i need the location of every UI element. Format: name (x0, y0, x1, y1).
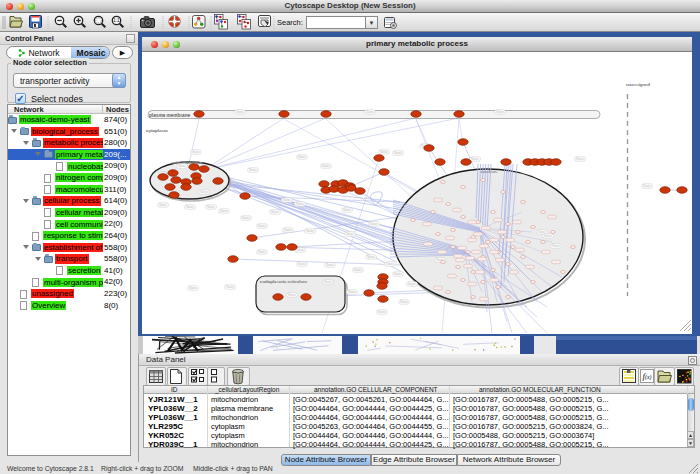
svg-text:Sxxxx: Sxxxx (400, 300, 408, 304)
svg-text:Sxxxx: Sxxxx (236, 110, 244, 114)
svg-text:Sxxxx: Sxxxx (159, 203, 167, 207)
svg-text:Sxxxx: Sxxxx (242, 216, 250, 220)
svg-text:nucleus: nucleus (481, 169, 498, 174)
svg-text:Sxxxx: Sxxxx (189, 286, 197, 290)
svg-text:Sxxxx: Sxxxx (186, 205, 194, 209)
svg-text:Sxxxx: Sxxxx (207, 205, 215, 209)
svg-text:unassigned: unassigned (626, 82, 650, 87)
svg-text:Sxxxx: Sxxxx (378, 310, 386, 314)
svg-text:Sxxxx: Sxxxx (322, 164, 330, 168)
svg-text:Sxxxx: Sxxxx (258, 224, 266, 228)
svg-text:Sxxxx: Sxxxx (496, 110, 504, 114)
svg-text:Sxxxx: Sxxxx (298, 155, 306, 159)
svg-text:Sxxxx: Sxxxx (408, 282, 416, 286)
svg-text:Sxxxx: Sxxxx (326, 263, 334, 267)
svg-text:1:1: 1:1 (113, 18, 120, 23)
svg-text:Sxxxx: Sxxxx (296, 248, 304, 252)
svg-text:Sxxxx: Sxxxx (200, 190, 208, 194)
svg-text:Sxxxx: Sxxxx (288, 293, 296, 297)
svg-text:Sxxxx: Sxxxx (283, 198, 291, 202)
svg-text:Sxxxx: Sxxxx (348, 290, 356, 294)
svg-text:cytoplasm: cytoplasm (146, 128, 168, 133)
svg-text:Sxxxx: Sxxxx (370, 222, 378, 226)
svg-text:Sxxxx: Sxxxx (346, 232, 354, 236)
svg-text:Sxxxx: Sxxxx (367, 255, 375, 259)
svg-text:Sxxxx: Sxxxx (544, 234, 552, 238)
svg-text:Sxxxx: Sxxxx (298, 262, 306, 266)
svg-text:Sxxxx: Sxxxx (178, 164, 186, 168)
svg-text:endoplasmic reticulum: endoplasmic reticulum (260, 279, 307, 284)
svg-text:Sxxxx: Sxxxx (306, 229, 314, 233)
svg-text:Sxxxx: Sxxxx (471, 157, 479, 161)
svg-text:Sxxxx: Sxxxx (324, 280, 332, 284)
svg-text:Sxxxx: Sxxxx (643, 184, 651, 188)
svg-text:Sxxxx: Sxxxx (576, 157, 584, 161)
svg-text:Sxxxx: Sxxxx (258, 250, 266, 254)
svg-text:Sxxxx: Sxxxx (226, 285, 234, 289)
svg-text:Sxxxx: Sxxxx (284, 228, 292, 232)
svg-text:Sxxxx: Sxxxx (354, 268, 362, 272)
svg-text:Sxxxx: Sxxxx (386, 262, 394, 266)
svg-text:Sxxxx: Sxxxx (192, 150, 200, 154)
svg-text:Sxxxx: Sxxxx (271, 210, 279, 214)
svg-text:plasma membrane: plasma membrane (149, 113, 191, 118)
svg-text:Sxxxx: Sxxxx (249, 168, 257, 172)
svg-text:Sxxxx: Sxxxx (380, 150, 388, 154)
svg-text:mitochondrion: mitochondrion (172, 160, 202, 165)
svg-text:Sxxxx: Sxxxx (552, 244, 560, 248)
svg-text:Sxxxx: Sxxxx (394, 272, 402, 276)
svg-text:Sxxxx: Sxxxx (366, 110, 374, 114)
svg-text:Sxxxx: Sxxxx (296, 202, 304, 206)
svg-text:Sxxxx: Sxxxx (394, 151, 402, 155)
svg-text:Sxxxx: Sxxxx (220, 209, 228, 213)
svg-text:Sxxxx: Sxxxx (343, 208, 351, 212)
